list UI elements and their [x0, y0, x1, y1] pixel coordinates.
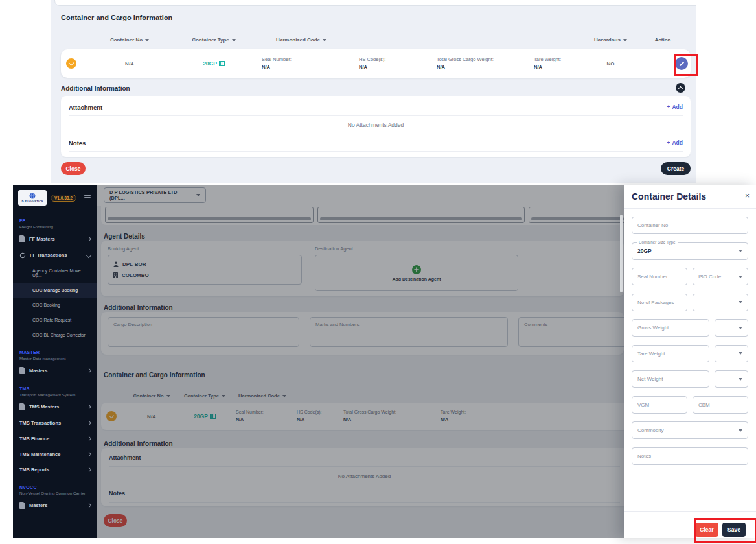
sidebar-item-tms-finance[interactable]: TMS Finance — [13, 431, 97, 446]
caret-down-icon — [739, 429, 742, 432]
additional-info-card: Attachment +Add No Attachments Added Not… — [61, 96, 691, 157]
add-destination-agent-button[interactable]: Add Destination Agent — [315, 255, 518, 291]
sidebar-item-coc-rate-request[interactable]: COC Rate Request — [13, 313, 97, 327]
expand-row-button[interactable] — [66, 58, 76, 69]
col-container-type[interactable]: Container Type — [178, 393, 232, 399]
chevron-right-icon — [87, 236, 91, 241]
container-details-panel: Container Details × Container Size Type … — [624, 185, 756, 538]
gross-weight-cell: Total Gross Cargo Weight:N/A — [428, 56, 525, 71]
chevron-right-icon — [87, 467, 91, 471]
scrolled-card-edge — [101, 206, 624, 225]
divider — [624, 208, 756, 209]
divider — [69, 151, 683, 152]
add-note-link[interactable]: +Add — [667, 139, 683, 146]
additional-info-title: Additional Information — [104, 304, 173, 311]
container-no-value: N/A — [126, 414, 178, 420]
chevron-right-icon — [87, 451, 91, 456]
company-selector[interactable]: D P LOGISTICS PRIVATE LTD (DPL... — [104, 187, 206, 203]
comments-textarea[interactable]: Comments — [518, 317, 624, 347]
pencil-icon — [679, 61, 685, 67]
hazardous-value: NO — [586, 61, 635, 67]
booking-agent-label: Booking Agent — [108, 246, 139, 252]
sidebar-group-nvocc: NVOCC Non-Vessel Owning Common Carrier — [13, 477, 97, 497]
col-hazardous[interactable]: Hazardous — [586, 37, 635, 43]
add-attachment-link[interactable]: +Add — [667, 104, 683, 110]
sidebar-item-ff-transactions[interactable]: FF Transactions — [13, 247, 97, 263]
sidebar: D P LOGISTICS V1.0.38.2 FF Freight Forwa… — [13, 185, 97, 538]
document-icon — [19, 235, 25, 242]
notes-input[interactable] — [632, 447, 748, 465]
tare-weight-unit-select[interactable] — [715, 345, 748, 362]
sidebar-item-coc-bl-charge-corrector[interactable]: COC BL Charge Corrector — [13, 327, 97, 342]
sidebar-item-ff-masters[interactable]: FF Masters — [13, 230, 97, 247]
sidebar-item-coc-booking[interactable]: COC Booking — [13, 298, 97, 313]
gross-weight-unit-select[interactable] — [715, 319, 748, 337]
net-weight-unit-select[interactable] — [715, 370, 748, 388]
sidebar-item-tms-reports[interactable]: TMS Reports — [13, 462, 97, 477]
seal-number-input[interactable] — [632, 268, 687, 285]
vgm-input[interactable] — [632, 396, 687, 414]
cargo-description-textarea[interactable]: Cargo Description — [108, 317, 299, 347]
marks-and-numbers-textarea[interactable]: Marks and Numbers — [310, 317, 508, 347]
container-cargo-title: Container and Cargo Information — [104, 372, 205, 379]
container-no-input[interactable] — [632, 217, 748, 234]
container-table-header: Container No Container Type Harmonized C… — [106, 393, 624, 399]
sidebar-item-tms-transactions[interactable]: TMS Transactions — [13, 415, 97, 431]
chevron-down-icon — [86, 252, 91, 257]
cbm-input[interactable] — [693, 396, 748, 414]
booking-create-sheet: Container and Cargo Information Containe… — [51, 0, 696, 183]
no-attachments-text: No Attachments Added — [109, 467, 620, 485]
net-weight-input[interactable] — [632, 370, 709, 388]
chevron-right-icon — [87, 368, 91, 372]
col-container-type[interactable]: Container Type — [175, 37, 253, 43]
container-type-value: 20GP — [175, 60, 253, 67]
sidebar-item-nvocc-masters[interactable]: Masters — [13, 497, 97, 514]
tare-weight-cell: Tare Weight:N/A — [437, 409, 624, 423]
clear-button[interactable]: Clear — [695, 523, 718, 537]
scrollbar-thumb[interactable] — [620, 215, 623, 292]
caret-down-icon — [323, 39, 326, 41]
gross-weight-input[interactable] — [632, 319, 709, 337]
col-container-no[interactable]: Container No — [126, 393, 178, 399]
destination-agent-label: Destination Agent — [315, 246, 353, 252]
sidebar-item-tms-maintenance[interactable]: TMS Maintenance — [13, 446, 97, 462]
sidebar-item-agency-container-move-up[interactable]: Agency Container Move Up... — [13, 263, 97, 283]
create-button[interactable]: Create — [661, 162, 691, 175]
caret-down-icon — [145, 39, 149, 41]
col-harmonized-code[interactable]: Harmonized Code — [232, 393, 293, 399]
screenshot-canvas: Container and Cargo Information Containe… — [0, 0, 756, 544]
caret-down-icon — [222, 395, 225, 397]
iso-code-select[interactable]: ISO Code — [693, 268, 748, 285]
edit-container-button[interactable] — [675, 57, 688, 70]
sidebar-item-coc-manage-booking[interactable]: COC Manage Booking — [13, 283, 97, 298]
caret-down-icon — [739, 301, 742, 303]
attachment-label: Attachment — [69, 104, 102, 111]
close-button[interactable]: Close — [104, 514, 127, 527]
caret-down-icon — [196, 194, 200, 196]
col-harmonized-code[interactable]: Harmonized Code — [253, 37, 350, 43]
sidebar-item-tms-masters[interactable]: TMS Masters — [13, 398, 97, 415]
collapse-section-button[interactable] — [676, 83, 685, 93]
save-button[interactable]: Save — [722, 523, 746, 537]
additional-info-card: Cargo Description Marks and Numbers Comm… — [101, 312, 624, 355]
caret-down-icon — [739, 378, 742, 381]
chevron-down-icon — [69, 60, 74, 65]
additional-info-title: Additional Information — [61, 85, 130, 92]
app-window: D P LOGISTICS V1.0.38.2 FF Freight Forwa… — [13, 185, 756, 538]
tare-weight-input[interactable] — [632, 345, 709, 362]
col-container-no[interactable]: Container No — [84, 37, 175, 43]
hamburger-menu-icon[interactable] — [84, 195, 92, 201]
tare-weight-cell: Tare Weight:N/A — [525, 56, 586, 71]
no-of-packages-input[interactable] — [632, 294, 687, 311]
container-size-type-select[interactable]: Container Size Type 20GP — [632, 242, 748, 260]
partial-field — [105, 207, 314, 223]
col-action: Action — [635, 37, 691, 43]
container-table-header: Container No Container Type Harmonized C… — [61, 37, 691, 43]
close-panel-icon[interactable]: × — [745, 192, 750, 200]
close-button[interactable]: Close — [61, 162, 86, 175]
expand-row-button[interactable] — [106, 411, 117, 421]
building-icon — [113, 272, 118, 278]
package-unit-select[interactable] — [693, 294, 748, 311]
sidebar-item-masters[interactable]: Masters — [13, 362, 97, 379]
commodity-select[interactable]: Commodity — [632, 421, 748, 439]
